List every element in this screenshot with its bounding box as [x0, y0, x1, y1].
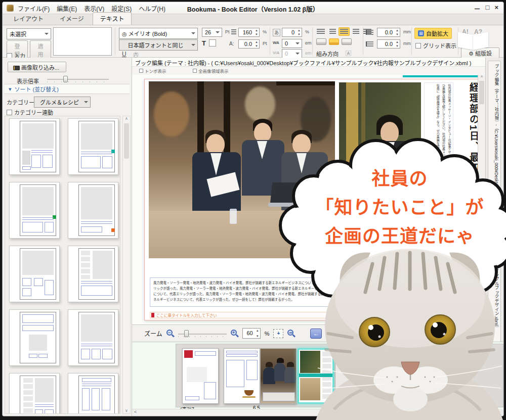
zoom-toolbar: ズーム − + 60▲▼ % + ∞ ← → ページビュー — [132, 324, 485, 342]
auto-expand-icon: ⊞ — [418, 30, 424, 36]
ribbon-tabs: レイアウト イメージ テキスト — [3, 14, 503, 25]
font-check-icon: ◎ — [122, 31, 127, 37]
prev-page-button[interactable]: ← — [310, 329, 322, 339]
tab-text[interactable]: テキスト — [93, 12, 132, 25]
fit-zoom-icon[interactable]: ∞ — [287, 330, 295, 337]
zoom-slider-thumb[interactable] — [184, 330, 189, 337]
template-thumbnail-4[interactable] — [68, 182, 118, 239]
page-thumb-3[interactable] — [335, 348, 357, 404]
template-thumbnail-5[interactable] — [9, 246, 60, 302]
tracking-spinner[interactable]: 0.0▲▼ — [238, 39, 260, 49]
page-canvas[interactable]: 風力発電・ソーラー発電・地熱発電・波力発電・バイオ発電。弊社が挑戦する新エネルギ… — [132, 75, 485, 324]
indent-first-unit: mm — [403, 29, 411, 34]
maximize-button[interactable]: □ — [486, 4, 490, 13]
grid-display-checkbox[interactable] — [415, 43, 421, 49]
font-family-dropdown[interactable]: ◎ メイリオ (Bold) — [119, 28, 198, 39]
scrollbar-thumb[interactable] — [124, 123, 129, 159]
filmstrip-scrollbar[interactable]: < — [132, 409, 485, 416]
zoom-out-icon[interactable]: − — [166, 330, 174, 337]
underline-button[interactable]: U — [122, 51, 126, 58]
va-dropdown[interactable]: 0 — [282, 49, 302, 58]
category-dropdown[interactable]: グルメ＆レシピ — [34, 97, 91, 108]
font-color-button[interactable]: T — [202, 39, 206, 47]
marquee-zoom-button[interactable]: + — [273, 329, 283, 338]
canvas-scrollbar-thumb[interactable] — [479, 81, 484, 104]
template-thumbnail-7[interactable] — [9, 309, 60, 366]
zoom-percent-spinner[interactable]: 60▲▼ — [242, 328, 261, 339]
char-space-spinner[interactable]: 0▲▼ — [282, 28, 302, 37]
auto-expand-toggle[interactable]: ⊞ 自動拡大 — [414, 28, 452, 39]
filmstrip-tray[interactable]: (表3)7 6 5 4 3 — [176, 344, 503, 407]
template-thumbnail-8[interactable] — [68, 309, 118, 366]
template-thumbnail-2[interactable] — [68, 118, 118, 175]
apply-button[interactable]: 適用 — [30, 40, 51, 60]
font-color-swatch[interactable] — [209, 39, 216, 46]
tab-layout[interactable]: レイアウト — [6, 12, 51, 25]
line-height-spinner[interactable]: 160▲▼ — [238, 28, 260, 37]
valign-top-icon[interactable] — [316, 38, 326, 45]
image-import-button[interactable]: 画像取り込み... — [8, 62, 66, 72]
app-window: ファイル(F) 編集(E) 表示(V) 設定(S) ヘルプ(H) Bookuma… — [2, 2, 504, 416]
tracking-label: A: — [229, 41, 234, 46]
template-sidebar: 画像取り込み... 表示倍率 ▾ ソート (並び替え) カテゴリー グルメ＆レシ… — [3, 58, 132, 416]
page-filmstrip: (表3)7 6 5 4 3 — [132, 342, 503, 409]
chapter-marker-icon — [151, 313, 154, 317]
zoom-label: ズーム — [144, 329, 162, 338]
template-scrollbar[interactable]: ∧∨ — [122, 116, 131, 414]
close-button[interactable]: × — [494, 4, 498, 13]
template-thumbnail-6[interactable] — [68, 246, 118, 302]
jp-font-dropdown[interactable]: 日本語フォントと同じ — [119, 39, 198, 51]
right-page-vertical-body-2[interactable]: の社長が社員に「経営理念を語る」なら、ぜひ美麗な誌面で紹介してください。何か、記… — [454, 227, 479, 318]
preset-preview-box[interactable] — [53, 27, 112, 56]
align-center-icon[interactable] — [339, 27, 350, 36]
align-right-icon[interactable] — [350, 27, 361, 36]
camera-icon — [13, 66, 20, 70]
indent-left-unit: mm — [403, 41, 411, 46]
slider-thumb[interactable] — [63, 76, 68, 82]
line-height-icon — [231, 29, 236, 35]
template-thumbnail-3[interactable] — [9, 182, 60, 239]
thumbnail-zoom-slider[interactable] — [47, 76, 109, 83]
direction-icon[interactable]: 🄰 — [346, 49, 351, 57]
template-thumbnail-9[interactable] — [9, 373, 60, 414]
page-thumb-6[interactable] — [224, 348, 260, 404]
page-thumb-5[interactable] — [260, 348, 297, 404]
left-page-body-text[interactable]: 風力発電・ソーラー発電・地熱発電・波力発電・バイオ発電。弊社が挑戦する新エネルギ… — [150, 277, 333, 307]
sort-section-header[interactable]: ▾ ソート (並び替え) — [5, 84, 130, 94]
book-edit-area: ブック編集 (テーマ : 社内報) - ( C:¥Users¥osaki_000… — [132, 58, 503, 416]
zoom-percent-unit: % — [265, 331, 270, 337]
right-page-headline[interactable]: 経理部の1日、最初の仕事 — [454, 82, 479, 224]
image-area-checkbox-row: 全画像領域表示 — [193, 68, 229, 74]
minimize-button[interactable]: － — [474, 4, 481, 13]
align-left-icon[interactable] — [315, 27, 326, 36]
indent-left-spinner[interactable]: 0.0▲▼ — [377, 39, 400, 49]
template-thumbnail-10[interactable] — [68, 373, 118, 414]
right-page-vertical-body[interactable]: 社内報の社長メッセージ・インタビューの記事デザインサンプルです。弊社の社長が社員… — [424, 82, 453, 249]
zoom-in-icon[interactable]: + — [231, 330, 238, 337]
trim-marks-checkbox[interactable] — [139, 69, 143, 73]
template-thumbnail-1[interactable] — [9, 118, 60, 175]
trim-marks-checkbox-row: トンボ表示 — [139, 68, 166, 74]
valign-bottom-icon[interactable] — [342, 38, 352, 45]
page-thumb-7[interactable] — [182, 348, 219, 404]
preset-dropdown[interactable]: 未選択 — [7, 28, 51, 39]
chapter-title-placeholder[interactable]: ここに章タイトルを入力して下さい — [150, 312, 333, 318]
trim-marks-label: トンボ表示 — [145, 68, 166, 74]
image-area-checkbox[interactable] — [193, 69, 197, 73]
wa-dropdown[interactable]: 0 — [282, 39, 302, 48]
indent-first-spinner[interactable]: 0.0▲▼ — [377, 28, 400, 37]
page-spread[interactable]: 風力発電・ソーラー発電・地熱発電・波力発電・バイオ発電。弊社が挑戦する新エネルギ… — [144, 79, 481, 320]
zoom-slider[interactable] — [178, 330, 227, 338]
valign-middle-icon[interactable] — [329, 38, 339, 45]
font-size-dropdown[interactable]: 26 — [202, 28, 222, 37]
selection-bar-top — [403, 75, 480, 77]
sub-article[interactable]: 設計部 風力発電・ソーラー発電・地熱発電・波力発電・バイオ発電。弊社が挑戦する新… — [339, 277, 405, 312]
tab-image[interactable]: イメージ — [52, 12, 92, 25]
category-link-checkbox[interactable] — [7, 110, 12, 115]
align-indent-icon[interactable] — [327, 27, 338, 36]
document-path-header: ブック編集 (テーマ : 社内報) - ( C:¥Users¥osaki_000… — [132, 58, 485, 67]
page-thumb-4-selected[interactable] — [298, 348, 334, 404]
next-page-button[interactable]: → — [326, 329, 338, 339]
canvas-vertical-scrollbar[interactable]: ^ — [478, 75, 485, 324]
indent-first-icon — [366, 30, 373, 35]
